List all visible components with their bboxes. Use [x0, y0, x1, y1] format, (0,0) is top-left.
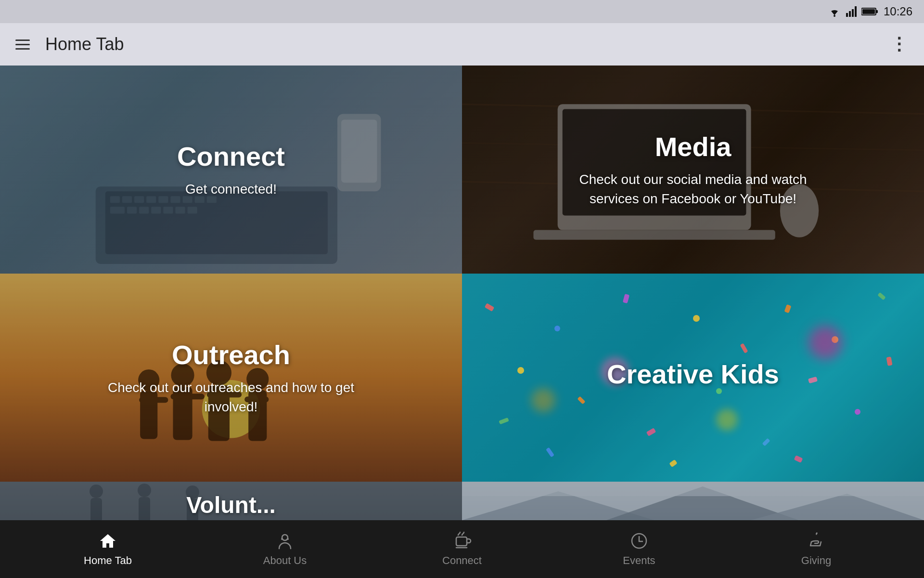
connect-tile-subtitle: Get connected! [185, 180, 277, 198]
nav-label-home-tab: Home Tab [84, 554, 132, 567]
nav-item-events[interactable]: Events [601, 531, 678, 567]
nav-label-about-us: About Us [263, 554, 307, 567]
signal-icon [846, 6, 857, 17]
creative-kids-tile-title: Creative Kids [607, 358, 779, 390]
status-bar: 10:26 [0, 0, 924, 23]
media-tile[interactable]: Media Check out our social media and wat… [462, 66, 924, 274]
partial-tiles-row: Volunt... [0, 482, 924, 520]
wifi-icon [828, 6, 841, 17]
media-tile-subtitle: Check out our social media and watch ser… [558, 170, 828, 208]
bottom-navigation: Home Tab About Us Connect Events [0, 520, 924, 578]
svg-rect-7 [862, 9, 875, 14]
status-icons: 10:26 [828, 5, 912, 18]
connect-tile-title: Connect [177, 141, 285, 172]
status-time: 10:26 [884, 5, 912, 18]
connect-nav-icon [452, 531, 472, 551]
svg-rect-3 [852, 9, 854, 17]
svg-point-63 [281, 538, 283, 540]
nav-item-connect[interactable]: Connect [424, 531, 500, 567]
battery-icon [861, 7, 879, 16]
nav-label-giving: Giving [801, 554, 831, 567]
svg-rect-6 [876, 10, 878, 13]
svg-point-0 [834, 15, 835, 17]
outreach-tile-subtitle: Check out our outreaches and how to get … [96, 378, 366, 416]
creative-kids-tile[interactable]: Creative Kids [462, 274, 924, 482]
connect-tile[interactable]: Connect Get connected! [0, 66, 462, 274]
svg-rect-4 [855, 6, 857, 17]
svg-rect-1 [846, 13, 848, 17]
app-bar-title: Home Tab [45, 34, 875, 54]
home-nav-icon [98, 531, 117, 551]
outreach-tile-title: Outreach [172, 339, 290, 370]
svg-point-62 [282, 535, 288, 540]
about-us-nav-icon [275, 531, 295, 551]
nav-label-events: Events [623, 554, 655, 567]
volunteer-tile-partial[interactable]: Volunt... [0, 482, 462, 520]
giving-nav-icon [807, 531, 826, 551]
svg-rect-2 [849, 11, 851, 17]
app-bar: Home Tab ⋮ [0, 23, 924, 66]
nav-item-giving[interactable]: Giving [778, 531, 855, 567]
main-content-grid: Connect Get connected! Media Check out o… [0, 66, 924, 482]
about-tile-partial[interactable] [462, 482, 924, 520]
outreach-tile[interactable]: Outreach Check out our outreaches and ho… [0, 274, 462, 482]
nav-item-home-tab[interactable]: Home Tab [69, 531, 146, 567]
media-tile-title: Media [655, 131, 732, 162]
more-options-icon[interactable]: ⋮ [890, 34, 909, 54]
volunteer-partial-title: Volunt... [186, 492, 276, 518]
nav-item-about-us[interactable]: About Us [246, 531, 323, 567]
svg-rect-65 [456, 537, 467, 546]
hamburger-menu-icon[interactable] [15, 39, 30, 50]
svg-point-64 [287, 538, 289, 540]
nav-label-connect: Connect [442, 554, 482, 567]
events-nav-icon [629, 531, 649, 551]
